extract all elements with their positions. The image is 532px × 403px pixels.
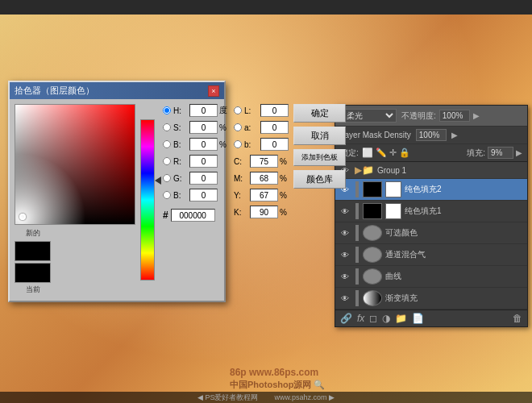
add-mask-icon[interactable]: ◻ bbox=[369, 313, 377, 324]
b-radio[interactable] bbox=[163, 140, 171, 148]
k-input[interactable] bbox=[250, 206, 278, 218]
link-layers-icon[interactable]: 🔗 bbox=[340, 313, 352, 324]
y-unit: % bbox=[280, 191, 287, 200]
bl-label: B: bbox=[173, 191, 189, 200]
lock-position-icon[interactable]: ✛ bbox=[389, 147, 397, 158]
fill-arrow[interactable]: ▶ bbox=[516, 148, 522, 157]
layer-row-group1[interactable]: 👁 ▶📁 Group 1 bbox=[335, 162, 527, 179]
r-radio[interactable] bbox=[163, 157, 171, 165]
mask-density-bar: Layer Mask Density ▶ bbox=[335, 127, 527, 144]
mask-density-arrow[interactable]: ▶ bbox=[451, 131, 458, 139]
color-lib-button[interactable]: 颜色库 bbox=[293, 170, 346, 189]
layer-thumb-curves bbox=[363, 268, 382, 285]
layer-row-gradient[interactable]: 👁 渐变填充 bbox=[335, 288, 527, 310]
inputs-area: H: 度 S: % B: % R: bbox=[163, 104, 227, 296]
watermark: 86p www.86ps.com 中国Photoshop源网 🔍 bbox=[230, 366, 326, 391]
layer-name-group1: Group 1 bbox=[377, 166, 524, 175]
a-input[interactable] bbox=[260, 121, 289, 134]
c-label: C: bbox=[234, 157, 250, 166]
link-indicator6 bbox=[355, 290, 359, 306]
layer-row-channel[interactable]: 👁 通道混合气 bbox=[335, 244, 527, 266]
opacity-row: 不透明度: ▶ bbox=[401, 110, 480, 122]
footer-right: www.psahz.com ▶ bbox=[274, 393, 335, 401]
l-label: L: bbox=[244, 106, 260, 115]
layer-name-solid1: 纯色填充1 bbox=[405, 206, 524, 217]
y-input[interactable] bbox=[250, 189, 278, 202]
cancel-button[interactable]: 取消 bbox=[293, 127, 346, 145]
opacity-label: 不透明度: bbox=[401, 110, 436, 122]
lock-all-icon[interactable]: 🔒 bbox=[399, 147, 410, 158]
a-radio[interactable] bbox=[234, 123, 242, 131]
c-row: C: % bbox=[234, 155, 289, 168]
layer-row-curves[interactable]: 👁 曲线 bbox=[335, 266, 527, 288]
l-radio[interactable] bbox=[234, 106, 242, 114]
opacity-arrow[interactable]: ▶ bbox=[473, 111, 480, 120]
h-input[interactable] bbox=[189, 104, 218, 117]
b2-row: b: bbox=[234, 138, 289, 151]
s-radio[interactable] bbox=[163, 123, 171, 131]
lock-transparent-icon[interactable]: ⬜ bbox=[362, 147, 373, 158]
lab-cmyk-area: L: a: b: C: % M: % bbox=[234, 104, 289, 296]
g-label: G: bbox=[173, 174, 189, 183]
s-input[interactable] bbox=[189, 121, 218, 134]
h-radio[interactable] bbox=[163, 106, 171, 114]
bl-input[interactable] bbox=[189, 189, 218, 202]
b-input[interactable] bbox=[189, 138, 218, 151]
m-unit: % bbox=[280, 174, 287, 183]
opacity-input[interactable] bbox=[439, 110, 470, 122]
bl-row: B: bbox=[163, 189, 227, 202]
new-layer-icon[interactable]: 📄 bbox=[412, 313, 424, 324]
layers-bottom-toolbar: 🔗 fx ◻ ◑ 📁 📄 🗑 bbox=[335, 310, 527, 326]
s-label: S: bbox=[173, 123, 189, 132]
y-row: Y: % bbox=[234, 189, 289, 202]
l-input[interactable] bbox=[260, 104, 289, 117]
cp-main-layout: 新的 当前 H: 度 S: bbox=[10, 99, 224, 301]
layer-name-curves: 曲线 bbox=[385, 271, 524, 282]
b-row: B: % bbox=[163, 138, 227, 151]
layer-thumb-solid2 bbox=[363, 181, 382, 197]
ok-button[interactable]: 确定 bbox=[293, 104, 346, 123]
b2-label: b: bbox=[244, 140, 260, 149]
color-gradient-box[interactable] bbox=[15, 104, 135, 225]
s-unit: % bbox=[219, 123, 227, 132]
link-indicator4 bbox=[355, 247, 359, 263]
new-group-icon[interactable]: 📁 bbox=[395, 313, 407, 324]
g-radio[interactable] bbox=[163, 174, 171, 182]
close-button[interactable]: × bbox=[208, 85, 219, 97]
blend-mode-select[interactable]: 柔光 bbox=[340, 109, 397, 123]
adjustment-icon[interactable]: ◑ bbox=[382, 313, 390, 324]
lock-fill-bar: 锁定: ⬜ ✏️ ✛ 🔒 填充: ▶ bbox=[335, 144, 527, 162]
layers-top-bar: 柔光 不透明度: ▶ bbox=[335, 106, 527, 127]
k-row: K: % bbox=[234, 206, 289, 218]
mask-density-input[interactable] bbox=[416, 129, 447, 141]
layer-row-selective[interactable]: 👁 可选颜色 bbox=[335, 222, 527, 244]
link-indicator3 bbox=[355, 225, 359, 241]
l-row: L: bbox=[234, 104, 289, 117]
delete-layer-icon[interactable]: 🗑 bbox=[513, 313, 522, 324]
new-current-area: 新的 当前 bbox=[15, 228, 135, 296]
add-swatch-button[interactable]: 添加到色板 bbox=[293, 149, 346, 166]
a-label: a: bbox=[244, 123, 260, 132]
g-input[interactable] bbox=[189, 172, 218, 185]
fx-icon[interactable]: fx bbox=[357, 313, 364, 324]
h-row: H: 度 bbox=[163, 104, 227, 117]
link-indicator2 bbox=[355, 203, 359, 219]
m-input[interactable] bbox=[250, 172, 278, 185]
footer-left: ◀ PS爱好者教程网 bbox=[197, 393, 259, 403]
fill-input[interactable] bbox=[488, 147, 513, 159]
layer-row-solid2[interactable]: 👁 纯色填充2 bbox=[335, 179, 527, 201]
layer-mask-solid1 bbox=[385, 203, 401, 219]
r-input[interactable] bbox=[189, 155, 218, 168]
link-indicator5 bbox=[355, 268, 359, 285]
b2-radio[interactable] bbox=[234, 140, 242, 148]
bl-radio[interactable] bbox=[163, 191, 171, 199]
layer-row-solid1[interactable]: 👁 纯色填充1 bbox=[335, 201, 527, 222]
lock-icons: ⬜ ✏️ ✛ 🔒 bbox=[362, 147, 410, 158]
lock-image-icon[interactable]: ✏️ bbox=[376, 147, 387, 158]
b2-input[interactable] bbox=[260, 138, 289, 151]
spectrum-strip[interactable] bbox=[140, 119, 155, 280]
c-input[interactable] bbox=[250, 155, 278, 168]
hex-input[interactable] bbox=[171, 209, 215, 222]
layer-name-solid2: 纯色填充2 bbox=[405, 184, 524, 195]
fill-label: 填充: bbox=[467, 147, 485, 159]
